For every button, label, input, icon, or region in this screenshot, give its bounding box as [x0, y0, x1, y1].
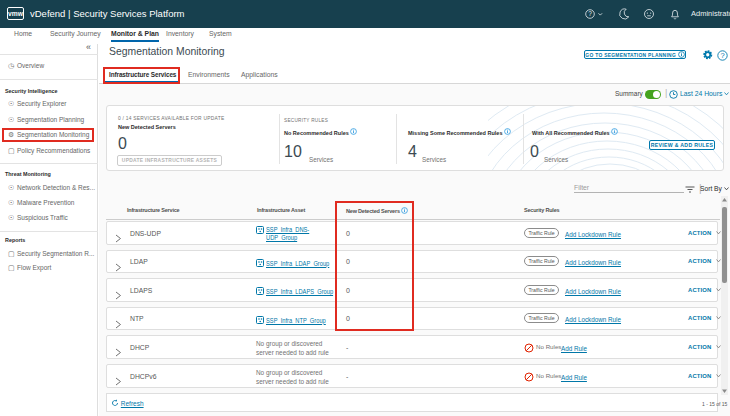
svg-text:?: ? [588, 10, 592, 17]
svg-text:?: ? [720, 51, 724, 60]
